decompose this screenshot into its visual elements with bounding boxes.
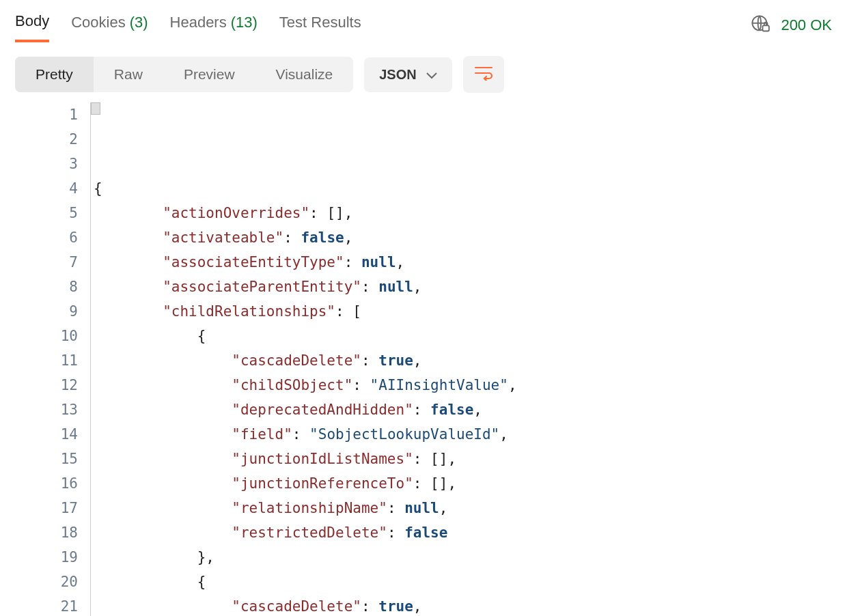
code-line: "activateable": false, — [94, 225, 832, 250]
view-pretty-button[interactable]: Pretty — [15, 57, 94, 92]
response-tabs-row: Body Cookies (3) Headers (13) Test Resul… — [15, 8, 832, 42]
line-number: 18 — [15, 520, 78, 545]
line-number: 3 — [15, 152, 78, 176]
line-number: 8 — [15, 275, 78, 299]
code-line: "associateEntityType": null, — [94, 250, 832, 275]
code-line: "cascadeDelete": true, — [94, 594, 832, 616]
line-number-gutter: 123456789101112131415161718192021 — [15, 102, 90, 616]
code-line: "childSObject": "AIInsightValue", — [94, 373, 832, 397]
code-line: "restrictedDelete": false — [94, 520, 832, 545]
chevron-down-icon — [426, 67, 437, 83]
line-number: 6 — [15, 225, 78, 250]
code-line: "deprecatedAndHidden": false, — [94, 397, 832, 422]
line-number: 15 — [15, 447, 78, 471]
line-number: 1 — [15, 102, 78, 127]
line-number: 2 — [15, 127, 78, 152]
globe-lock-icon[interactable] — [751, 14, 770, 36]
svg-rect-1 — [763, 25, 769, 31]
line-number: 19 — [15, 545, 78, 570]
line-number: 16 — [15, 471, 78, 496]
view-visualize-button[interactable]: Visualize — [255, 57, 354, 92]
format-select[interactable]: JSON — [364, 57, 452, 92]
line-number: 5 — [15, 201, 78, 225]
code-line: "field": "SobjectLookupValueId", — [94, 422, 832, 447]
code-line: }, — [94, 545, 832, 570]
response-status-group: 200 OK — [751, 14, 832, 36]
line-number: 9 — [15, 299, 78, 324]
line-number: 10 — [15, 324, 78, 348]
view-raw-button[interactable]: Raw — [94, 57, 163, 92]
wrap-lines-icon — [474, 66, 493, 83]
line-number: 17 — [15, 496, 78, 520]
code-line: { — [94, 324, 832, 348]
code-line: "junctionReferenceTo": [], — [94, 471, 832, 496]
tab-cookies[interactable]: Cookies (3) — [71, 10, 148, 41]
code-editor[interactable]: 123456789101112131415161718192021 { "act… — [15, 102, 832, 616]
code-line: { — [94, 176, 832, 201]
code-line: "actionOverrides": [], — [94, 201, 832, 225]
line-number: 13 — [15, 397, 78, 422]
code-line: "associateParentEntity": null, — [94, 275, 832, 299]
tab-test-results[interactable]: Test Results — [279, 10, 361, 41]
line-number: 7 — [15, 250, 78, 275]
line-number: 11 — [15, 348, 78, 373]
code-line: "childRelationships": [ — [94, 299, 832, 324]
tab-headers-count: (13) — [231, 14, 258, 31]
wrap-lines-button[interactable] — [463, 56, 504, 93]
tab-headers[interactable]: Headers (13) — [170, 10, 258, 41]
line-number: 4 — [15, 176, 78, 201]
fold-marker-icon[interactable] — [91, 102, 100, 115]
code-content[interactable]: { "actionOverrides": [], "activateable":… — [90, 102, 832, 616]
tab-body[interactable]: Body — [15, 8, 49, 42]
code-line: "cascadeDelete": true, — [94, 348, 832, 373]
view-preview-button[interactable]: Preview — [163, 57, 255, 92]
tab-test-results-label: Test Results — [279, 14, 361, 31]
tab-cookies-label: Cookies — [71, 14, 125, 31]
line-number: 12 — [15, 373, 78, 397]
line-number: 21 — [15, 594, 78, 616]
tab-headers-label: Headers — [170, 14, 227, 31]
code-line: "junctionIdListNames": [], — [94, 447, 832, 471]
tab-cookies-count: (3) — [130, 14, 148, 31]
body-toolbar: Pretty Raw Preview Visualize JSON — [15, 56, 832, 93]
tab-body-label: Body — [15, 12, 49, 30]
code-line: "relationshipName": null, — [94, 496, 832, 520]
view-mode-group: Pretty Raw Preview Visualize — [15, 57, 353, 92]
code-line: { — [94, 570, 832, 594]
line-number: 14 — [15, 422, 78, 447]
line-number: 20 — [15, 570, 78, 594]
format-select-value: JSON — [379, 67, 416, 83]
status-code-text[interactable]: 200 OK — [781, 16, 832, 34]
